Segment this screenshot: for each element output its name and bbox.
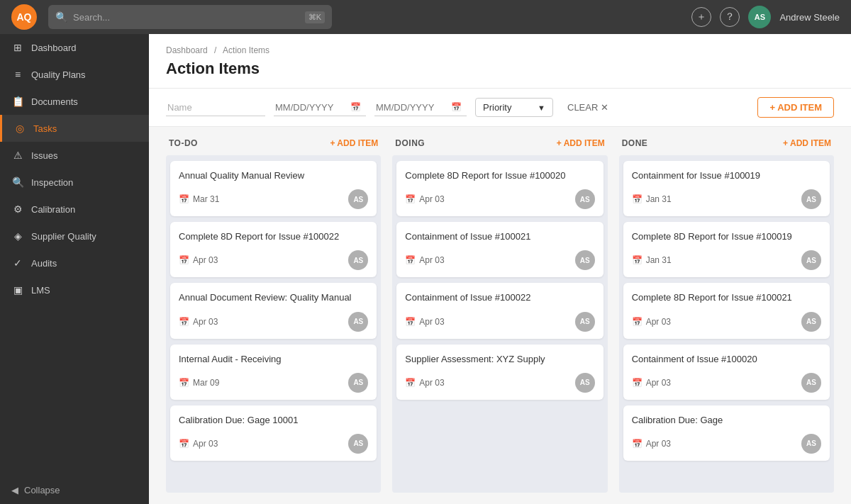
sidebar-item-supplier-quality[interactable]: ◈ Supplier Quality [0,223,149,250]
supplier-quality-icon: ◈ [11,230,24,242]
sidebar-item-inspection[interactable]: 🔍 Inspection [0,169,149,196]
collapse-arrow-icon: ◀ [11,485,18,495]
collapse-label: Collapse [24,485,60,495]
card-footer: 📅Apr 03AS [405,312,594,332]
card-date-text: Apr 03 [419,378,444,388]
kanban-card[interactable]: Internal Audit - Receiving📅Mar 09AS [170,345,377,400]
date-from-field[interactable]: 📅 [274,99,366,116]
tasks-icon: ◎ [13,122,26,135]
dashboard-icon: ⊞ [11,41,24,54]
help-icon[interactable]: ？ [720,7,740,27]
priority-dropdown[interactable]: Priority ▼ [475,98,553,117]
card-footer: 📅Jan 31AS [632,250,821,270]
kanban-card[interactable]: Containment of Issue #100022📅Apr 03AS [396,283,603,338]
sidebar-item-label: Tasks [33,123,57,134]
issues-icon: ⚠ [11,149,24,162]
clear-button[interactable]: CLEAR ✕ [562,99,614,116]
card-date: 📅Apr 03 [632,378,671,388]
cards-container-doing: Complete 8D Report for Issue #100020📅Apr… [392,155,607,493]
date-from-input[interactable] [275,102,346,113]
add-item-main-button[interactable]: + ADD ITEM [757,97,834,118]
sidebar-item-audits[interactable]: ✓ Audits [0,250,149,276]
card-avatar: AS [575,250,595,270]
audits-icon: ✓ [11,257,24,269]
date-to-field[interactable]: 📅 [374,99,467,116]
card-avatar: AS [348,189,368,209]
sidebar-item-label: Quality Plans [31,69,86,80]
kanban-card[interactable]: Containment of Issue #100021📅Apr 03AS [396,222,603,277]
kanban-card[interactable]: Complete 8D Report for Issue #100020📅Apr… [396,161,603,216]
sidebar-item-calibration[interactable]: ⚙ Calibration [0,196,149,223]
content-header: Dashboard / Action Items Action Items [149,34,851,89]
kanban-card[interactable]: Complete 8D Report for Issue #100021📅Apr… [623,283,830,338]
sidebar-item-documents[interactable]: 📋 Documents [0,88,149,115]
column-title-doing: DOING [395,138,425,148]
card-date-text: Jan 31 [646,194,672,204]
quality-plans-icon: ≡ [11,68,24,81]
card-avatar: AS [801,250,821,270]
card-title: Containment of Issue #100022 [405,291,594,304]
inspection-icon: 🔍 [11,176,24,189]
kanban-card[interactable]: Containment for Issue #100019📅Jan 31AS [623,161,830,216]
sidebar-item-label: Supplier Quality [31,231,96,242]
sidebar-item-label: Dashboard [31,43,77,53]
date-to-input[interactable] [376,102,447,113]
calendar-to-icon[interactable]: 📅 [451,102,462,112]
clear-x-icon: ✕ [601,102,608,113]
add-item-col-todo-button[interactable]: + ADD ITEM [330,138,378,148]
card-date: 📅Mar 31 [179,194,219,204]
calendar-card-icon: 📅 [405,255,416,265]
card-date-text: Apr 03 [646,317,671,327]
card-avatar: AS [575,312,595,332]
kanban-card[interactable]: Complete 8D Report for Issue #100019📅Jan… [623,222,830,277]
add-item-col-doing-button[interactable]: + ADD ITEM [557,138,605,148]
search-input[interactable] [73,12,299,23]
card-avatar: AS [348,373,368,393]
kanban-card[interactable]: Calibration Due: Gage 10001📅Apr 03AS [170,405,377,461]
card-footer: 📅Apr 03AS [179,250,368,270]
card-date: 📅Mar 09 [179,378,219,388]
card-footer: 📅Apr 03AS [405,250,594,270]
card-footer: 📅Apr 03AS [405,189,594,209]
calendar-card-icon: 📅 [632,317,643,327]
card-title: Calibration Due: Gage [632,414,821,427]
kanban-card[interactable]: Containment of Issue #100020📅Apr 03AS [623,345,830,400]
kanban-card[interactable]: Annual Quality Manual Review📅Mar 31AS [170,161,377,216]
name-filter-input[interactable] [166,99,265,116]
avatar: AS [748,6,771,28]
add-icon[interactable]: ＋ [691,7,711,27]
sidebar-item-issues[interactable]: ⚠ Issues [0,142,149,169]
card-title: Complete 8D Report for Issue #100021 [632,291,821,304]
kanban-card[interactable]: Supplier Assessment: XYZ Supply📅Apr 03AS [396,345,603,400]
sidebar-item-tasks[interactable]: ◎ Tasks [0,115,149,142]
sidebar-item-lms[interactable]: ▣ LMS [0,276,149,303]
calendar-card-icon: 📅 [179,439,189,449]
card-title: Internal Audit - Receiving [179,353,368,366]
add-item-col-done-button[interactable]: + ADD ITEM [783,138,831,148]
card-date: 📅Apr 03 [405,255,444,265]
card-footer: 📅Mar 31AS [179,189,368,209]
card-title: Containment for Issue #100019 [632,169,821,182]
breadcrumb: Dashboard / Action Items [166,45,834,55]
sidebar-item-label: Calibration [31,204,75,215]
card-date: 📅Apr 03 [179,255,218,265]
card-title: Annual Quality Manual Review [179,169,368,182]
card-date-text: Jan 31 [646,255,672,265]
kanban-card[interactable]: Calibration Due: Gage📅Apr 03AS [623,405,830,461]
kanban-card[interactable]: Annual Document Review: Quality Manual📅A… [170,283,377,338]
breadcrumb-dashboard[interactable]: Dashboard [166,45,208,55]
card-title: Containment of Issue #100021 [405,230,594,243]
card-date-text: Apr 03 [646,439,671,449]
kanban-card[interactable]: Complete 8D Report for Issue #100022📅Apr… [170,222,377,277]
search-box[interactable]: 🔍 ⌘K [48,5,332,29]
kanban-column-doing: DOING+ ADD ITEMComplete 8D Report for Is… [392,138,607,493]
sidebar-bottom: ◀ Collapse [0,476,149,504]
calendar-card-icon: 📅 [632,194,643,204]
sidebar-item-dashboard[interactable]: ⊞ Dashboard [0,34,149,61]
calendar-from-icon[interactable]: 📅 [350,102,361,112]
kanban-board: TO-DO+ ADD ITEMAnnual Quality Manual Rev… [149,127,851,504]
column-title-todo: TO-DO [169,138,198,148]
kanban-column-done: DONE+ ADD ITEMContainment for Issue #100… [619,138,834,493]
collapse-button[interactable]: ◀ Collapse [11,485,138,495]
sidebar-item-quality-plans[interactable]: ≡ Quality Plans [0,61,149,88]
